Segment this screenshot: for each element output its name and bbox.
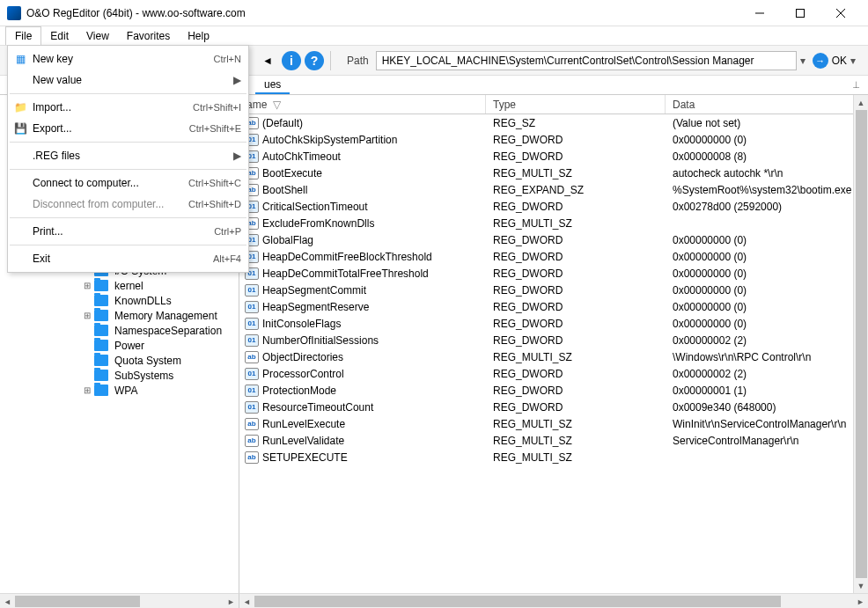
tab-values[interactable]: ues: [255, 77, 290, 94]
values-vscroll[interactable]: ▲ ▼: [853, 95, 868, 593]
tree-hscroll[interactable]: ◄ ►: [0, 593, 239, 608]
value-row[interactable]: 01ProtectionModeREG_DWORD0x00000001 (1): [239, 382, 868, 399]
toolbar-nav-prev[interactable]: ◄: [257, 50, 278, 71]
expander-icon[interactable]: [82, 296, 92, 305]
value-name: RunLevelExecute: [262, 418, 486, 430]
value-name: AutoChkSkipSystemPartition: [262, 134, 486, 146]
menu-edit[interactable]: Edit: [41, 27, 77, 45]
value-type-icon: 01: [245, 301, 259, 313]
value-row[interactable]: 01CriticalSectionTimeoutREG_DWORD0x00278…: [239, 198, 868, 215]
folder-icon: [94, 355, 108, 366]
menu-favorites[interactable]: Favorites: [118, 27, 179, 45]
file-print[interactable]: Print... Ctrl+P: [8, 221, 248, 242]
expander-icon[interactable]: [82, 355, 92, 365]
value-row[interactable]: abRunLevelExecuteREG_MULTI_SZWinInit\r\n…: [239, 415, 868, 432]
expander-icon[interactable]: [82, 326, 92, 335]
values-hscroll[interactable]: ◄ ►: [239, 593, 868, 608]
value-row[interactable]: abBootShellREG_EXPAND_SZ%SystemRoot%\sys…: [239, 181, 868, 198]
ok-circle-icon: →: [813, 53, 828, 69]
pin-icon[interactable]: ⟂: [853, 78, 859, 91]
file-export[interactable]: 💾 Export... Ctrl+Shift+E: [8, 118, 248, 139]
tree-item[interactable]: Power: [53, 338, 239, 353]
expander-icon[interactable]: [82, 341, 92, 350]
expander-icon[interactable]: ⊞: [82, 311, 92, 320]
folder-icon: [94, 385, 108, 396]
file-menu-dropdown: ▦ New key Ctrl+N New value ▶ 📁 Import...…: [7, 45, 249, 273]
file-reg-files[interactable]: .REG files ▶: [8, 145, 248, 166]
tree-item[interactable]: ⊞kernel: [53, 278, 239, 293]
value-row[interactable]: 01InitConsoleFlagsREG_DWORD0x00000000 (0…: [239, 315, 868, 332]
value-row[interactable]: 01HeapSegmentReserveREG_DWORD0x00000000 …: [239, 298, 868, 315]
scroll-right-icon[interactable]: ►: [224, 594, 239, 608]
value-row[interactable]: abRunLevelValidateREG_MULTI_SZServiceCon…: [239, 432, 868, 449]
tree-item[interactable]: NamespaceSeparation: [53, 323, 239, 338]
value-row[interactable]: abSETUPEXECUTEREG_MULTI_SZ: [239, 449, 868, 465]
scroll-down-icon[interactable]: ▼: [854, 578, 868, 593]
menu-help[interactable]: Help: [179, 27, 218, 45]
value-row[interactable]: 01HeapSegmentCommitREG_DWORD0x00000000 (…: [239, 282, 868, 298]
value-name: AutoChkTimeout: [262, 150, 486, 163]
path-dropdown-icon[interactable]: ▾: [800, 55, 805, 67]
value-type: REG_SZ: [486, 117, 666, 129]
file-connect[interactable]: Connect to computer... Ctrl+Shift+C: [8, 172, 248, 194]
value-row[interactable]: 01NumberOfInitialSessionsREG_DWORD0x0000…: [239, 332, 868, 348]
tree-item[interactable]: ⊞WPA: [53, 383, 239, 398]
file-new-value[interactable]: New value ▶: [8, 70, 248, 91]
maximize-button[interactable]: [780, 0, 820, 26]
value-row[interactable]: 01HeapDeCommitFreeBlockThresholdREG_DWOR…: [239, 248, 868, 265]
value-row[interactable]: 01AutoChkSkipSystemPartitionREG_DWORD0x0…: [239, 131, 868, 148]
file-disconnect: Disconnect from computer... Ctrl+Shift+D: [8, 194, 248, 215]
file-new-key[interactable]: ▦ New key Ctrl+N: [8, 48, 248, 70]
value-data: \Windows\r\n\RPC Control\r\n: [666, 351, 868, 363]
file-exit[interactable]: Exit Alt+F4: [8, 248, 248, 269]
tree-label: NamespaceSeparation: [112, 325, 224, 337]
ok-dropdown-icon[interactable]: ▾: [850, 55, 856, 67]
value-row[interactable]: 01ProcessorControlREG_DWORD0x00000002 (2…: [239, 365, 868, 382]
tree-item[interactable]: ⊞Memory Management: [53, 308, 239, 323]
value-type: REG_DWORD: [486, 134, 666, 146]
menu-file[interactable]: File: [5, 26, 41, 45]
value-row[interactable]: abObjectDirectoriesREG_MULTI_SZ\Windows\…: [239, 348, 868, 365]
value-data: 0x00000000 (0): [666, 301, 868, 313]
value-data: (Value not set): [666, 117, 868, 129]
value-type-icon: 01: [245, 284, 259, 297]
minimize-button[interactable]: [739, 0, 780, 26]
value-row[interactable]: abExcludeFromKnownDllsREG_MULTI_SZ: [239, 215, 868, 231]
value-row[interactable]: ab(Default)REG_SZ(Value not set): [239, 114, 868, 131]
path-go-button[interactable]: → OK ▾: [813, 53, 856, 69]
value-row[interactable]: 01ResourceTimeoutCountREG_DWORD0x0009e34…: [239, 399, 868, 415]
file-import[interactable]: 📁 Import... Ctrl+Shift+I: [8, 97, 248, 118]
scroll-left-icon[interactable]: ◄: [0, 594, 15, 608]
tree-item[interactable]: Quota System: [53, 353, 239, 368]
value-name: NumberOfInitialSessions: [262, 334, 486, 347]
value-row[interactable]: 01HeapDeCommitTotalFreeThresholdREG_DWOR…: [239, 265, 868, 282]
expander-icon[interactable]: ⊞: [82, 281, 92, 290]
col-data[interactable]: Data: [666, 95, 868, 114]
value-row[interactable]: 01GlobalFlagREG_DWORD0x00000000 (0): [239, 231, 868, 248]
col-name[interactable]: ame ▽: [239, 95, 486, 114]
menu-view[interactable]: View: [77, 27, 118, 45]
values-list[interactable]: ab(Default)REG_SZ(Value not set)01AutoCh…: [239, 114, 868, 593]
tree-label: KnownDLLs: [112, 295, 174, 307]
tree-label: Power: [112, 340, 147, 352]
expander-icon[interactable]: ⊞: [82, 385, 92, 395]
expander-icon[interactable]: [82, 370, 92, 380]
tree-item[interactable]: KnownDLLs: [53, 293, 239, 308]
scroll-right-icon[interactable]: ►: [853, 594, 868, 608]
path-input[interactable]: HKEY_LOCAL_MACHINE\System\CurrentControl…: [376, 51, 797, 70]
value-row[interactable]: 01AutoChkTimeoutREG_DWORD0x00000008 (8): [239, 148, 868, 165]
value-name: RunLevelValidate: [262, 435, 486, 447]
tree-item[interactable]: SubSystems: [53, 368, 239, 383]
value-name: GlobalFlag: [262, 234, 486, 246]
app-logo-icon: [7, 6, 21, 20]
close-button[interactable]: [820, 0, 861, 26]
value-row[interactable]: abBootExecuteREG_MULTI_SZautocheck autoc…: [239, 165, 868, 181]
scroll-up-icon[interactable]: ▲: [854, 95, 868, 110]
value-type: REG_EXPAND_SZ: [486, 184, 666, 196]
info-button[interactable]: i: [282, 51, 301, 70]
scroll-left-icon[interactable]: ◄: [239, 594, 254, 608]
value-type-icon: ab: [245, 435, 259, 447]
col-type[interactable]: Type: [486, 95, 666, 114]
help-button[interactable]: ?: [305, 51, 324, 70]
value-type-icon: ab: [245, 418, 259, 430]
